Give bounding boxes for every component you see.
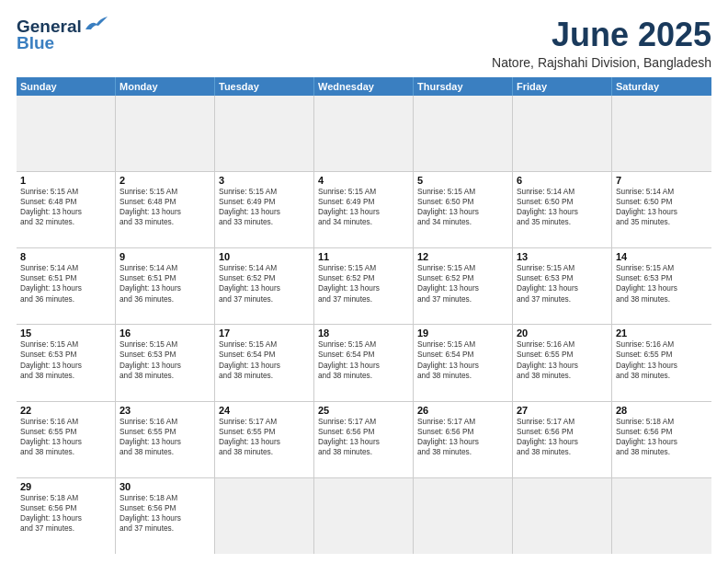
day-number: 9 [119, 251, 210, 262]
cell-line: Sunset: 6:50 PM [616, 197, 708, 207]
cell-line: Sunset: 6:56 PM [20, 503, 111, 513]
cell-line: and 38 minutes. [20, 371, 111, 381]
cell-line: Daylight: 13 hours [119, 437, 210, 447]
calendar-cell-5-2 [215, 478, 314, 554]
cell-line: Sunset: 6:51 PM [119, 273, 210, 283]
cell-line: Sunset: 6:55 PM [119, 427, 210, 437]
calendar-cell-4-2: 24Sunrise: 5:17 AMSunset: 6:55 PMDayligh… [215, 402, 314, 477]
day-number: 18 [318, 327, 409, 339]
day-number: 15 [20, 327, 111, 339]
cell-line: Sunrise: 5:18 AM [119, 493, 210, 503]
header-thursday: Thursday [414, 77, 513, 96]
day-number: 13 [517, 251, 608, 262]
header-monday: Monday [116, 77, 215, 96]
calendar-cell-0-3 [314, 96, 414, 171]
calendar-cell-2-4: 12Sunrise: 5:15 AMSunset: 6:52 PMDayligh… [414, 248, 513, 324]
day-number: 29 [20, 481, 111, 492]
day-number: 30 [119, 481, 210, 492]
calendar-row-0 [17, 96, 711, 172]
calendar-cell-4-1: 23Sunrise: 5:16 AMSunset: 6:55 PMDayligh… [116, 402, 215, 477]
cell-line: and 38 minutes. [219, 447, 310, 457]
cell-line: Sunrise: 5:15 AM [20, 187, 111, 197]
day-number: 22 [20, 405, 111, 416]
calendar-cell-4-5: 27Sunrise: 5:17 AMSunset: 6:56 PMDayligh… [513, 402, 612, 477]
cell-line: Sunset: 6:51 PM [20, 273, 111, 283]
calendar: Sunday Monday Tuesday Wednesday Thursday… [17, 77, 711, 554]
cell-line: Daylight: 13 hours [119, 361, 210, 371]
cell-line: Sunset: 6:56 PM [517, 427, 608, 437]
cell-line: Sunrise: 5:16 AM [616, 339, 708, 350]
logo-bird-icon [84, 17, 108, 33]
title-block: June 2025 Natore, Rajshahi Division, Ban… [492, 17, 711, 70]
calendar-cell-5-4 [414, 478, 513, 554]
cell-line: Sunset: 6:49 PM [219, 197, 310, 207]
cell-line: Sunrise: 5:16 AM [20, 417, 111, 427]
cell-line: and 38 minutes. [417, 371, 508, 381]
cell-line: and 38 minutes. [119, 371, 210, 381]
calendar-cell-0-1 [116, 96, 215, 171]
cell-line: and 37 minutes. [219, 294, 310, 304]
day-number: 14 [616, 251, 708, 262]
day-number: 11 [318, 251, 409, 262]
cell-line: Sunrise: 5:16 AM [119, 417, 210, 427]
cell-line: Sunset: 6:56 PM [616, 427, 708, 437]
cell-line: Sunset: 6:55 PM [219, 427, 310, 437]
header-sunday: Sunday [17, 77, 116, 96]
cell-line: Sunset: 6:52 PM [417, 273, 508, 283]
cell-line: Daylight: 13 hours [417, 283, 508, 293]
day-number: 23 [119, 405, 210, 416]
cell-line: Sunrise: 5:15 AM [517, 263, 608, 273]
calendar-cell-3-4: 19Sunrise: 5:15 AMSunset: 6:54 PMDayligh… [414, 325, 513, 400]
calendar-cell-3-5: 20Sunrise: 5:16 AMSunset: 6:55 PMDayligh… [513, 325, 612, 400]
cell-line: and 38 minutes. [318, 371, 409, 381]
cell-line: and 37 minutes. [417, 294, 508, 304]
cell-line: Sunrise: 5:15 AM [119, 187, 210, 197]
cell-line: Daylight: 13 hours [517, 283, 608, 293]
calendar-header: Sunday Monday Tuesday Wednesday Thursday… [17, 77, 711, 96]
calendar-cell-1-3: 4Sunrise: 5:15 AMSunset: 6:49 PMDaylight… [314, 172, 414, 247]
calendar-cell-1-4: 5Sunrise: 5:15 AMSunset: 6:50 PMDaylight… [414, 172, 513, 247]
calendar-cell-1-0: 1Sunrise: 5:15 AMSunset: 6:48 PMDaylight… [17, 172, 116, 247]
day-number: 4 [318, 175, 409, 186]
day-number: 25 [318, 405, 409, 416]
cell-line: and 38 minutes. [616, 294, 708, 304]
cell-line: Sunrise: 5:15 AM [417, 187, 508, 197]
header-saturday: Saturday [612, 77, 711, 96]
cell-line: and 33 minutes. [219, 217, 310, 227]
cell-line: Sunset: 6:54 PM [318, 350, 409, 360]
day-number: 10 [219, 251, 310, 262]
calendar-cell-4-3: 25Sunrise: 5:17 AMSunset: 6:56 PMDayligh… [314, 402, 414, 477]
cell-line: Sunrise: 5:15 AM [219, 187, 310, 197]
subtitle: Natore, Rajshahi Division, Bangladesh [492, 55, 711, 70]
calendar-cell-1-2: 3Sunrise: 5:15 AMSunset: 6:49 PMDaylight… [215, 172, 314, 247]
cell-line: and 38 minutes. [616, 447, 708, 457]
main-title: June 2025 [492, 17, 711, 53]
cell-line: Sunset: 6:53 PM [119, 350, 210, 360]
cell-line: and 36 minutes. [119, 294, 210, 304]
cell-line: Sunrise: 5:15 AM [219, 339, 310, 350]
day-number: 5 [417, 175, 508, 186]
calendar-cell-3-0: 15Sunrise: 5:15 AMSunset: 6:53 PMDayligh… [17, 325, 116, 400]
cell-line: Sunrise: 5:18 AM [616, 417, 708, 427]
day-number: 26 [417, 405, 508, 416]
cell-line: Sunset: 6:53 PM [517, 273, 608, 283]
cell-line: Daylight: 13 hours [20, 437, 111, 447]
day-number: 8 [20, 251, 111, 262]
cell-line: Sunrise: 5:17 AM [517, 417, 608, 427]
calendar-cell-2-2: 10Sunrise: 5:14 AMSunset: 6:52 PMDayligh… [215, 248, 314, 324]
cell-line: Sunset: 6:56 PM [119, 503, 210, 513]
calendar-cell-0-6 [612, 96, 711, 171]
day-number: 12 [417, 251, 508, 262]
cell-line: Sunrise: 5:14 AM [616, 187, 708, 197]
cell-line: Daylight: 13 hours [219, 283, 310, 293]
calendar-body: 1Sunrise: 5:15 AMSunset: 6:48 PMDaylight… [17, 96, 711, 554]
cell-line: Daylight: 13 hours [417, 437, 508, 447]
cell-line: Daylight: 13 hours [318, 283, 409, 293]
cell-line: and 33 minutes. [119, 217, 210, 227]
calendar-cell-2-0: 8Sunrise: 5:14 AMSunset: 6:51 PMDaylight… [17, 248, 116, 324]
cell-line: Sunset: 6:55 PM [20, 427, 111, 437]
calendar-row-3: 15Sunrise: 5:15 AMSunset: 6:53 PMDayligh… [17, 325, 711, 401]
calendar-cell-3-2: 17Sunrise: 5:15 AMSunset: 6:54 PMDayligh… [215, 325, 314, 400]
cell-line: Sunset: 6:55 PM [616, 350, 708, 360]
cell-line: and 36 minutes. [20, 294, 111, 304]
